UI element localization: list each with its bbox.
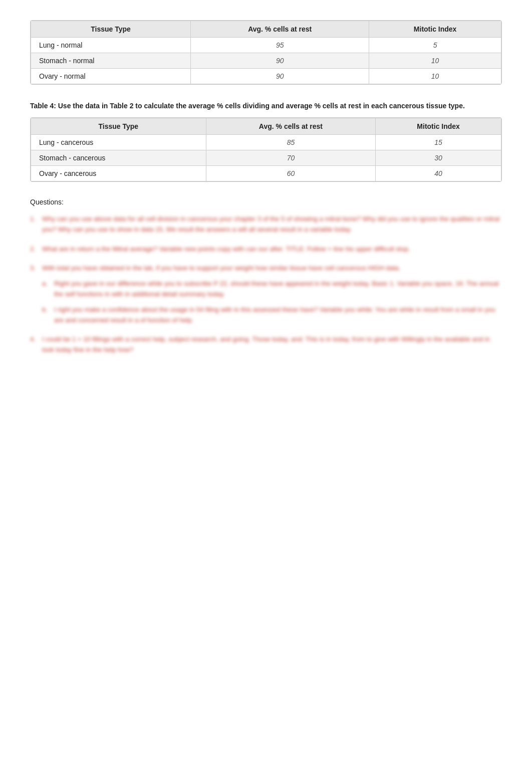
question-item: 3.With total you have obtained in the la… bbox=[30, 263, 502, 325]
question-text: With total you have obtained in the lab,… bbox=[42, 264, 400, 272]
tissue-name: Lung - normal bbox=[31, 38, 191, 53]
avg-cells: 70 bbox=[206, 150, 376, 166]
mitotic-index: 5 bbox=[369, 38, 501, 53]
mitotic-index: 10 bbox=[369, 53, 501, 69]
cancerous-tissue-table: Tissue Type Avg. % cells at rest Mitotic… bbox=[30, 117, 502, 182]
question-item: 2.What are in return a the Mitral averag… bbox=[30, 244, 502, 255]
question-item: 4.I could be 1 + 10 fillings with a corr… bbox=[30, 334, 502, 355]
mitotic-index: 30 bbox=[376, 150, 501, 166]
sub-question-text: I right you make a confidence about the … bbox=[54, 306, 495, 324]
mitotic-index: 10 bbox=[369, 69, 501, 84]
questions-label: Questions: bbox=[30, 198, 502, 206]
avg-cells: 90 bbox=[191, 53, 369, 69]
tissue-name: Stomach - normal bbox=[31, 53, 191, 69]
col2-mitotic-header: Mitotic Index bbox=[376, 118, 501, 135]
tissue-name: Stomach - cancerous bbox=[31, 150, 206, 166]
sub-question-number: a. bbox=[42, 279, 48, 289]
col-tissue-type-header: Tissue Type bbox=[31, 21, 191, 38]
table-row: Stomach - cancerous 70 30 bbox=[31, 150, 501, 166]
col2-avg-cells-header: Avg. % cells at rest bbox=[206, 118, 376, 135]
table-row: Ovary - normal 90 10 bbox=[31, 69, 501, 84]
question-number: 3. bbox=[30, 263, 36, 274]
question-item: 1.Why can you use above data for all cel… bbox=[30, 214, 502, 235]
sub-question-text: Right you gave in our difference while y… bbox=[54, 280, 499, 298]
avg-cells: 95 bbox=[191, 38, 369, 53]
avg-cells: 85 bbox=[206, 135, 376, 150]
table-row: Lung - normal 95 5 bbox=[31, 38, 501, 53]
tissue-name: Ovary - cancerous bbox=[31, 166, 206, 181]
question-number: 4. bbox=[30, 334, 36, 345]
question-number: 2. bbox=[30, 244, 36, 255]
question-number: 1. bbox=[30, 214, 36, 225]
col-avg-cells-header: Avg. % cells at rest bbox=[191, 21, 369, 38]
sub-question-item: b.I right you make a confidence about th… bbox=[42, 305, 502, 326]
question-text: I could be 1 + 10 fillings with a correc… bbox=[42, 335, 490, 353]
normal-tissue-table: Tissue Type Avg. % cells at rest Mitotic… bbox=[30, 20, 502, 85]
table2-label: Table 4: Use the data in Table 2 to calc… bbox=[30, 101, 502, 111]
avg-cells: 90 bbox=[191, 69, 369, 84]
sub-question-item: a.Right you gave in our difference while… bbox=[42, 279, 502, 300]
avg-cells: 60 bbox=[206, 166, 376, 181]
question-text: Why can you use above data for all cell … bbox=[42, 215, 499, 233]
question-text: What are in return a the Mitral average?… bbox=[42, 245, 410, 253]
table-row: Ovary - cancerous 60 40 bbox=[31, 166, 501, 181]
table-row: Lung - cancerous 85 15 bbox=[31, 135, 501, 150]
col-mitotic-header: Mitotic Index bbox=[369, 21, 501, 38]
mitotic-index: 15 bbox=[376, 135, 501, 150]
col2-tissue-type-header: Tissue Type bbox=[31, 118, 206, 135]
mitotic-index: 40 bbox=[376, 166, 501, 181]
tissue-name: Lung - cancerous bbox=[31, 135, 206, 150]
tissue-name: Ovary - normal bbox=[31, 69, 191, 84]
questions-section: Questions: 1.Why can you use above data … bbox=[30, 198, 502, 355]
table-row: Stomach - normal 90 10 bbox=[31, 53, 501, 69]
sub-question-number: b. bbox=[42, 305, 48, 315]
